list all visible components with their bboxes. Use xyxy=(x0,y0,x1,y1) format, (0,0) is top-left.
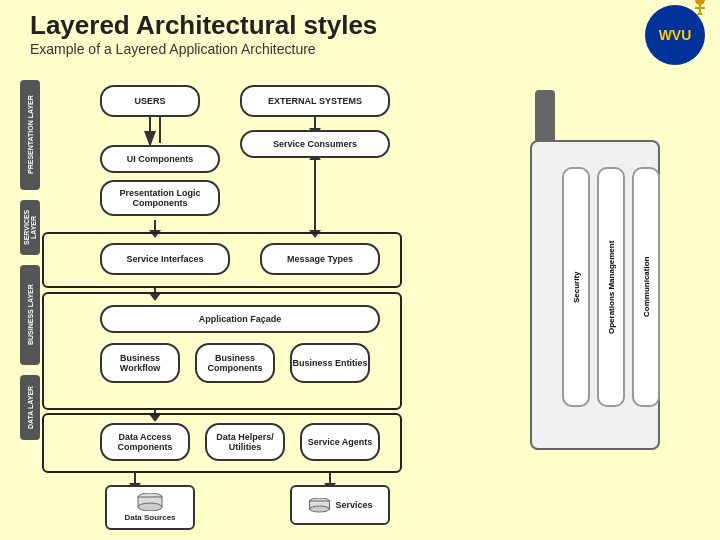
message-types-box: Message Types xyxy=(260,243,380,275)
logo-text: WVU xyxy=(659,27,692,43)
biz-workflow-box: Business Workflow xyxy=(100,343,180,383)
layer-label-data: DATA LAYER xyxy=(20,375,40,440)
svg-marker-12 xyxy=(149,293,161,301)
cc-operations-box: Operations Management xyxy=(597,167,625,407)
layer-label-services: SERVICES LAYER xyxy=(20,200,40,255)
svg-line-3 xyxy=(696,13,700,15)
service-consumers-box: Service Consumers xyxy=(240,130,390,158)
title-main: Layered Architectural styles xyxy=(30,10,377,41)
cc-communication-box: Communication xyxy=(632,167,660,407)
svg-marker-14 xyxy=(149,414,161,422)
app-facade-box: Application Façade xyxy=(100,305,380,333)
biz-entities-box: Business Entities xyxy=(290,343,370,383)
data-helpers-box: Data Helpers/ Utilities xyxy=(205,423,285,461)
diagram: PRESENTATION LAYER SERVICES LAYER BUSINE… xyxy=(20,80,660,520)
service-agents-box: Service Agents xyxy=(300,423,380,461)
svg-marker-22 xyxy=(309,230,321,238)
logo: WVU xyxy=(645,5,710,70)
presentation-logic-box: Presentation Logic Components xyxy=(100,180,220,216)
users-box: USERS xyxy=(100,85,200,117)
cross-cutting-outer: Security Operations Management Communica… xyxy=(530,140,660,450)
biz-components-box: Business Components xyxy=(195,343,275,383)
layer-label-business: BUSINESS LAYER xyxy=(20,265,40,365)
external-systems-box: EXTERNAL SYSTEMS xyxy=(240,85,390,117)
ui-components-box: UI Components xyxy=(100,145,220,173)
svg-point-29 xyxy=(310,506,330,512)
title-sub: Example of a Layered Application Archite… xyxy=(30,41,377,57)
svg-marker-10 xyxy=(149,230,161,238)
services-bottom-box: Services xyxy=(290,485,390,525)
svg-line-4 xyxy=(700,13,704,15)
svg-point-0 xyxy=(695,0,705,5)
data-access-box: Data Access Components xyxy=(100,423,190,461)
data-sources-box: Data Sources xyxy=(105,485,195,530)
page-title: Layered Architectural styles Example of … xyxy=(30,10,377,57)
layer-label-presentation: PRESENTATION LAYER xyxy=(20,80,40,190)
cross-cutting-container: CROSS-CUTTING Security Operations Manage… xyxy=(530,90,660,460)
cc-security-box: Security xyxy=(562,167,590,407)
svg-point-26 xyxy=(138,503,162,511)
service-interfaces-box: Service Interfaces xyxy=(100,243,230,275)
